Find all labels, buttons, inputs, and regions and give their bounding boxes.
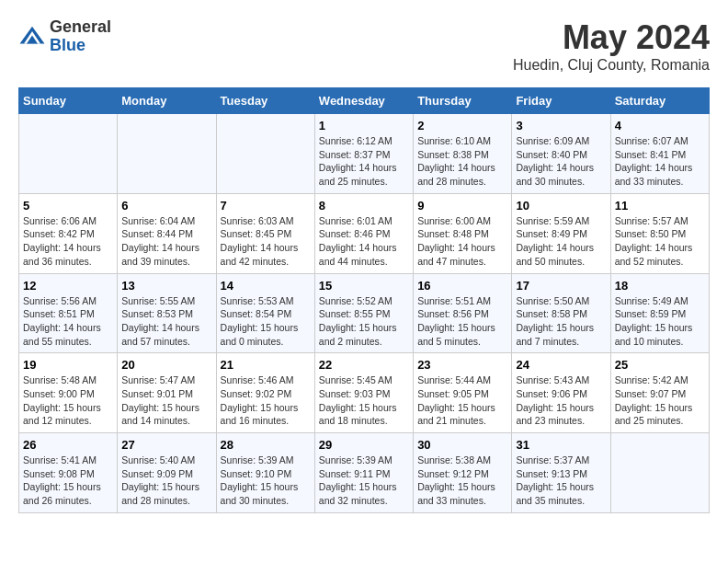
day-detail: Sunrise: 6:09 AM Sunset: 8:40 PM Dayligh… xyxy=(516,134,606,189)
weekday-header-saturday: Saturday xyxy=(610,88,709,114)
day-detail: Sunrise: 5:57 AM Sunset: 8:50 PM Dayligh… xyxy=(615,214,705,269)
weekday-header-thursday: Thursday xyxy=(414,88,512,114)
calendar-cell: 28Sunrise: 5:39 AM Sunset: 9:10 PM Dayli… xyxy=(216,433,314,513)
day-number: 17 xyxy=(516,279,606,293)
subtitle: Huedin, Cluj County, Romania xyxy=(513,57,710,74)
page-header: General Blue May 2024 Huedin, Cluj Count… xyxy=(18,18,710,74)
day-number: 22 xyxy=(319,358,409,372)
day-number: 15 xyxy=(319,279,409,293)
calendar-cell: 21Sunrise: 5:46 AM Sunset: 9:02 PM Dayli… xyxy=(216,353,314,433)
logo-icon xyxy=(18,23,46,51)
day-number: 28 xyxy=(221,438,311,452)
calendar-cell: 25Sunrise: 5:42 AM Sunset: 9:07 PM Dayli… xyxy=(610,353,709,433)
day-number: 13 xyxy=(121,279,211,293)
day-detail: Sunrise: 5:52 AM Sunset: 8:55 PM Dayligh… xyxy=(319,294,409,349)
calendar-cell: 30Sunrise: 5:38 AM Sunset: 9:12 PM Dayli… xyxy=(414,433,512,513)
day-number: 6 xyxy=(121,199,211,213)
day-number: 24 xyxy=(516,358,606,372)
calendar-cell: 27Sunrise: 5:40 AM Sunset: 9:09 PM Dayli… xyxy=(118,433,216,513)
weekday-header-wednesday: Wednesday xyxy=(314,88,413,114)
day-number: 31 xyxy=(516,438,606,452)
day-detail: Sunrise: 5:55 AM Sunset: 8:53 PM Dayligh… xyxy=(121,294,211,349)
day-detail: Sunrise: 5:38 AM Sunset: 9:12 PM Dayligh… xyxy=(417,454,507,508)
calendar-week-row: 5Sunrise: 6:06 AM Sunset: 8:42 PM Daylig… xyxy=(19,193,710,273)
calendar-cell: 23Sunrise: 5:44 AM Sunset: 9:05 PM Dayli… xyxy=(414,353,512,433)
calendar-cell: 16Sunrise: 5:51 AM Sunset: 8:56 PM Dayli… xyxy=(414,273,512,353)
day-detail: Sunrise: 5:41 AM Sunset: 9:08 PM Dayligh… xyxy=(23,454,113,508)
day-detail: Sunrise: 5:59 AM Sunset: 8:49 PM Dayligh… xyxy=(516,214,606,269)
day-number: 14 xyxy=(221,279,311,293)
day-detail: Sunrise: 5:44 AM Sunset: 9:05 PM Dayligh… xyxy=(417,373,507,428)
calendar-cell: 31Sunrise: 5:37 AM Sunset: 9:13 PM Dayli… xyxy=(512,433,610,513)
day-number: 3 xyxy=(516,119,606,132)
calendar-week-row: 26Sunrise: 5:41 AM Sunset: 9:08 PM Dayli… xyxy=(19,433,710,513)
calendar-cell: 19Sunrise: 5:48 AM Sunset: 9:00 PM Dayli… xyxy=(19,353,118,433)
day-number: 20 xyxy=(121,358,211,372)
day-detail: Sunrise: 6:10 AM Sunset: 8:38 PM Dayligh… xyxy=(417,134,507,189)
calendar-week-row: 1Sunrise: 6:12 AM Sunset: 8:37 PM Daylig… xyxy=(19,114,710,194)
day-number: 7 xyxy=(221,199,311,213)
calendar-cell: 11Sunrise: 5:57 AM Sunset: 8:50 PM Dayli… xyxy=(610,193,709,273)
calendar-cell: 8Sunrise: 6:01 AM Sunset: 8:46 PM Daylig… xyxy=(314,193,413,273)
day-number: 23 xyxy=(417,358,507,372)
weekday-header-sunday: Sunday xyxy=(19,88,118,114)
day-number: 25 xyxy=(615,358,705,372)
day-number: 4 xyxy=(615,119,705,132)
calendar-cell: 1Sunrise: 6:12 AM Sunset: 8:37 PM Daylig… xyxy=(314,114,413,194)
calendar-cell: 24Sunrise: 5:43 AM Sunset: 9:06 PM Dayli… xyxy=(512,353,610,433)
calendar-cell: 3Sunrise: 6:09 AM Sunset: 8:40 PM Daylig… xyxy=(512,114,610,194)
calendar-cell: 22Sunrise: 5:45 AM Sunset: 9:03 PM Dayli… xyxy=(314,353,413,433)
logo: General Blue xyxy=(18,18,111,55)
day-detail: Sunrise: 5:42 AM Sunset: 9:07 PM Dayligh… xyxy=(615,373,705,428)
day-detail: Sunrise: 5:39 AM Sunset: 9:11 PM Dayligh… xyxy=(319,454,409,508)
calendar-cell xyxy=(118,114,216,194)
day-detail: Sunrise: 6:00 AM Sunset: 8:48 PM Dayligh… xyxy=(417,214,507,269)
day-detail: Sunrise: 5:40 AM Sunset: 9:09 PM Dayligh… xyxy=(121,454,211,508)
calendar-cell: 2Sunrise: 6:10 AM Sunset: 8:38 PM Daylig… xyxy=(414,114,512,194)
day-number: 10 xyxy=(516,199,606,213)
calendar-body: 1Sunrise: 6:12 AM Sunset: 8:37 PM Daylig… xyxy=(19,114,710,513)
day-number: 26 xyxy=(23,438,113,452)
day-detail: Sunrise: 6:06 AM Sunset: 8:42 PM Dayligh… xyxy=(23,214,113,269)
day-detail: Sunrise: 5:50 AM Sunset: 8:58 PM Dayligh… xyxy=(516,294,606,349)
day-detail: Sunrise: 5:53 AM Sunset: 8:54 PM Dayligh… xyxy=(221,294,311,349)
calendar-cell: 9Sunrise: 6:00 AM Sunset: 8:48 PM Daylig… xyxy=(414,193,512,273)
calendar-cell xyxy=(610,433,709,513)
day-detail: Sunrise: 5:51 AM Sunset: 8:56 PM Dayligh… xyxy=(417,294,507,349)
day-detail: Sunrise: 5:39 AM Sunset: 9:10 PM Dayligh… xyxy=(221,454,311,508)
calendar-cell: 20Sunrise: 5:47 AM Sunset: 9:01 PM Dayli… xyxy=(118,353,216,433)
day-detail: Sunrise: 5:49 AM Sunset: 8:59 PM Dayligh… xyxy=(615,294,705,349)
calendar-cell: 13Sunrise: 5:55 AM Sunset: 8:53 PM Dayli… xyxy=(118,273,216,353)
day-detail: Sunrise: 6:03 AM Sunset: 8:45 PM Dayligh… xyxy=(221,214,311,269)
day-detail: Sunrise: 5:56 AM Sunset: 8:51 PM Dayligh… xyxy=(23,294,113,349)
calendar-cell: 15Sunrise: 5:52 AM Sunset: 8:55 PM Dayli… xyxy=(314,273,413,353)
day-detail: Sunrise: 5:48 AM Sunset: 9:00 PM Dayligh… xyxy=(23,373,113,428)
main-title: May 2024 xyxy=(513,18,710,57)
calendar-cell: 12Sunrise: 5:56 AM Sunset: 8:51 PM Dayli… xyxy=(19,273,118,353)
day-detail: Sunrise: 5:47 AM Sunset: 9:01 PM Dayligh… xyxy=(121,373,211,428)
day-detail: Sunrise: 5:45 AM Sunset: 9:03 PM Dayligh… xyxy=(319,373,409,428)
calendar-week-row: 12Sunrise: 5:56 AM Sunset: 8:51 PM Dayli… xyxy=(19,273,710,353)
day-detail: Sunrise: 5:37 AM Sunset: 9:13 PM Dayligh… xyxy=(516,454,606,508)
day-number: 2 xyxy=(417,119,507,132)
day-number: 27 xyxy=(121,438,211,452)
day-detail: Sunrise: 5:43 AM Sunset: 9:06 PM Dayligh… xyxy=(516,373,606,428)
day-number: 29 xyxy=(319,438,409,452)
calendar-cell: 18Sunrise: 5:49 AM Sunset: 8:59 PM Dayli… xyxy=(610,273,709,353)
logo-general-text: General xyxy=(50,18,111,37)
day-number: 9 xyxy=(417,199,507,213)
weekday-header-row: SundayMondayTuesdayWednesdayThursdayFrid… xyxy=(19,88,710,114)
day-number: 21 xyxy=(221,358,311,372)
day-number: 5 xyxy=(23,199,113,213)
day-number: 19 xyxy=(23,358,113,372)
calendar-table: SundayMondayTuesdayWednesdayThursdayFrid… xyxy=(18,87,710,513)
calendar-cell: 10Sunrise: 5:59 AM Sunset: 8:49 PM Dayli… xyxy=(512,193,610,273)
day-number: 12 xyxy=(23,279,113,293)
calendar-cell: 4Sunrise: 6:07 AM Sunset: 8:41 PM Daylig… xyxy=(610,114,709,194)
calendar-week-row: 19Sunrise: 5:48 AM Sunset: 9:00 PM Dayli… xyxy=(19,353,710,433)
calendar-cell: 26Sunrise: 5:41 AM Sunset: 9:08 PM Dayli… xyxy=(19,433,118,513)
day-number: 1 xyxy=(319,119,409,132)
day-number: 8 xyxy=(319,199,409,213)
day-number: 30 xyxy=(417,438,507,452)
day-detail: Sunrise: 6:04 AM Sunset: 8:44 PM Dayligh… xyxy=(121,214,211,269)
